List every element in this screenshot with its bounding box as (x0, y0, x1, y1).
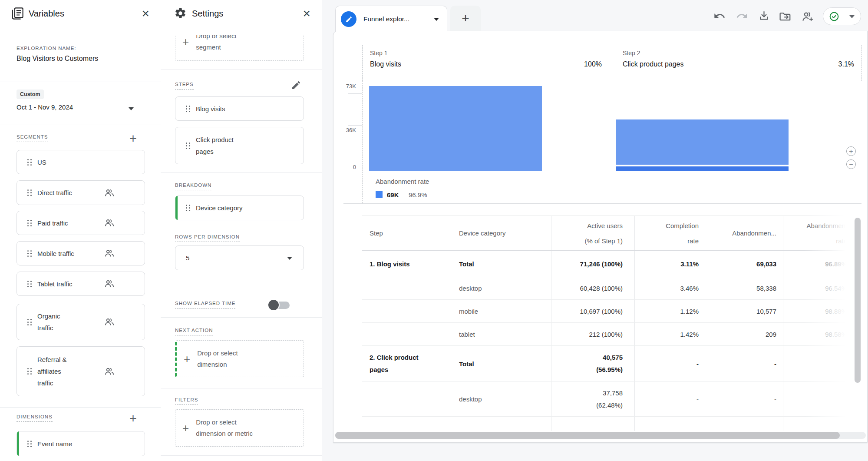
cell-device: tablet (459, 323, 524, 345)
segment-chip-tablet[interactable]: Tablet traffic (17, 272, 145, 296)
drag-handle-icon[interactable] (27, 319, 29, 320)
cell-device: desktop (459, 277, 524, 299)
add-segment-button[interactable]: + (129, 133, 137, 145)
add-tab-button[interactable]: + (450, 6, 481, 31)
cell-completion: 1.12% (634, 300, 699, 322)
step-label: Blog visits (196, 103, 225, 115)
next-action-drop-zone[interactable]: + Drop or select dimension (175, 340, 304, 377)
elapsed-time-toggle[interactable] (269, 302, 290, 309)
vertical-scrollbar[interactable] (855, 218, 861, 383)
legend-title: Abandonment rate (376, 178, 429, 185)
header-step[interactable]: Step (370, 216, 435, 250)
drag-handle-icon[interactable] (27, 250, 29, 252)
funnel-bar-step-2[interactable] (616, 119, 789, 165)
segment-chip-direct[interactable]: Direct traffic (17, 180, 145, 205)
divider (0, 125, 161, 125)
divider (161, 172, 322, 173)
cell-active: 60,428 (100%) (551, 277, 623, 299)
cell-device: Total (459, 251, 524, 277)
segment-chip-referral[interactable]: Referral & affiliates traffic (17, 346, 145, 396)
header-active-users[interactable]: Active users (% of Step 1) (579, 216, 623, 250)
zoom-in-button[interactable]: + (846, 146, 856, 156)
close-variables-icon[interactable]: × (142, 7, 149, 20)
funnel-step-2-header: Step 2 Click product pages 3.1% (615, 45, 861, 81)
step-chip-blog-visits[interactable]: Blog visits (175, 96, 304, 121)
plus-icon: + (182, 422, 189, 434)
date-range-caret-icon[interactable] (129, 107, 134, 110)
header-completion-rate[interactable]: Completion rate (660, 216, 699, 250)
status-menu-button[interactable] (823, 7, 861, 25)
undo-button[interactable] (713, 10, 726, 22)
cell-abandonments: - (705, 346, 776, 381)
dimension-chip-event-name[interactable]: Event name (17, 431, 145, 456)
drag-handle-icon[interactable] (186, 106, 187, 107)
header-abandonments[interactable]: Abandonmen... (705, 216, 776, 250)
chart-baseline (362, 171, 861, 171)
step-name: Click product pages (623, 60, 684, 68)
people-icon (104, 217, 115, 229)
drag-handle-icon[interactable] (27, 281, 29, 282)
step-chip-click-product[interactable]: Click product pages (175, 127, 304, 164)
segment-label: Tablet traffic (37, 278, 73, 290)
rows-per-dimension-select[interactable]: 5 (175, 245, 304, 270)
funnel-bar-step-1[interactable] (369, 86, 542, 171)
table-row[interactable]: desktop 60,428 (100%) 3.46% 58,338 96.54… (362, 277, 855, 300)
settings-panel-title: Settings (192, 9, 223, 19)
redo-button (736, 10, 748, 22)
divider (0, 35, 161, 35)
drag-handle-icon[interactable] (27, 159, 29, 160)
divider (0, 82, 161, 82)
tab-funnel-exploration[interactable]: Funnel explor... (335, 6, 447, 32)
settings-header: Settings × (161, 0, 322, 35)
segment-chip-mobile[interactable]: Mobile traffic (17, 241, 145, 265)
variables-panel-title: Variables (29, 9, 64, 19)
segment-label: Organic traffic (37, 310, 72, 334)
add-dimension-button[interactable]: + (129, 412, 137, 425)
horizontal-scrollbar-thumb[interactable] (335, 432, 840, 439)
toggle-knob (267, 299, 280, 311)
y-tick: 73K (337, 83, 356, 90)
drag-handle-icon[interactable] (27, 368, 29, 369)
table-row[interactable]: 1. Blog visits Total 71,246 (100%) 3.11%… (362, 251, 855, 277)
table-row[interactable]: mobile 10,697 (100%) 1.12% 10,577 98.88% (362, 300, 855, 323)
date-range-value[interactable]: Oct 1 - Nov 9, 2024 (17, 103, 73, 111)
drag-handle-icon[interactable] (186, 205, 187, 206)
date-range-badge: Custom (17, 90, 44, 99)
cell-step: 1. Blog visits (370, 251, 448, 277)
segment-chip-paid[interactable]: Paid traffic (17, 211, 145, 235)
redo-icon (736, 10, 748, 22)
download-button[interactable] (758, 10, 770, 22)
funnel-bar-step-2-completed[interactable] (616, 166, 789, 171)
cell-abandonments: 209 (705, 323, 776, 345)
table-row[interactable]: tablet 212 (100%) 1.42% 209 98.58% (362, 323, 855, 346)
drag-handle-icon[interactable] (27, 441, 29, 442)
close-settings-icon[interactable]: × (303, 7, 310, 20)
header-device-category[interactable]: Device category (459, 216, 546, 250)
export-button[interactable] (779, 10, 791, 22)
table-row[interactable]: 2. Click product pages Total 40,575 (56.… (362, 346, 855, 382)
zoom-out-button[interactable]: − (846, 159, 856, 169)
cell-abandonments: 58,338 (705, 277, 776, 299)
filters-drop-zone[interactable]: + Drop or select dimension or metric (175, 409, 304, 447)
drag-handle-icon[interactable] (27, 189, 29, 191)
horizontal-scrollbar-track[interactable] (335, 432, 866, 439)
cell-active: 10,697 (100%) (551, 300, 623, 322)
dimension-label: Event name (37, 438, 72, 450)
cell-abandonments: - (705, 382, 776, 416)
segment-chip-us[interactable]: US (17, 150, 145, 174)
share-button[interactable] (801, 10, 813, 22)
drag-handle-icon[interactable] (186, 143, 187, 144)
edit-steps-button[interactable] (291, 80, 301, 90)
exploration-name[interactable]: Blog Visitors to Customers (17, 55, 98, 63)
drag-handle-icon[interactable] (27, 220, 29, 221)
legend-swatch (376, 191, 383, 198)
step-rate: 3.1% (838, 60, 854, 68)
segment-chip-organic[interactable]: Organic traffic (17, 304, 145, 340)
active-indicator (17, 431, 19, 456)
breakdown-value: Device category (196, 202, 243, 214)
filters-label: FILTERS (175, 397, 198, 405)
breakdown-chip-device-category[interactable]: Device category (175, 196, 304, 220)
tab-caret-icon[interactable] (434, 18, 439, 21)
chevron-down-icon (287, 257, 292, 260)
table-row[interactable]: desktop 37,758 (62.48%) - - - (362, 382, 855, 417)
